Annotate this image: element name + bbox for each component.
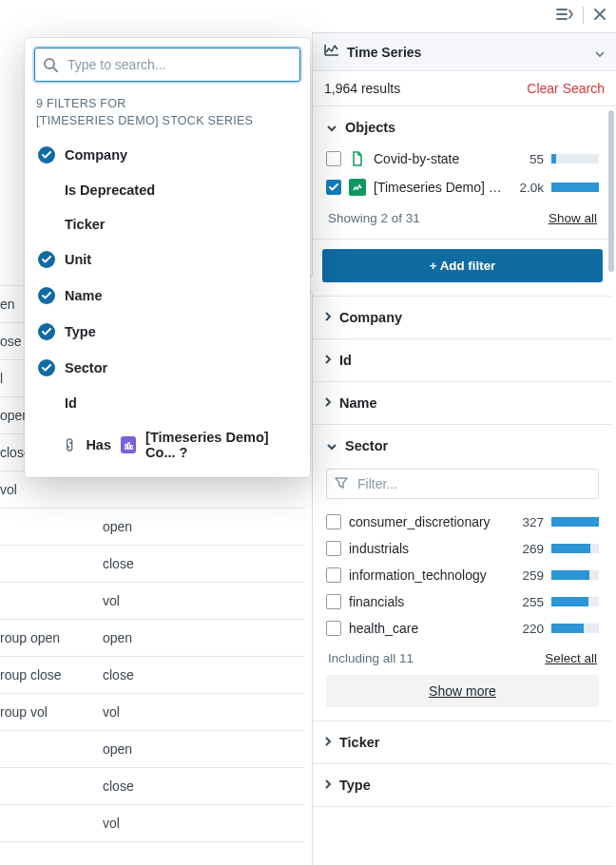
filter-item-label: Type	[65, 324, 96, 339]
filter-item[interactable]: Id	[25, 386, 310, 420]
filter-item[interactable]: Name	[25, 278, 310, 314]
checkbox[interactable]	[326, 514, 341, 529]
chevron-right-icon	[324, 395, 332, 411]
filter-item-has-link[interactable]: Has [Timeseries Demo] Co... ?	[25, 420, 310, 470]
table-row: open	[0, 509, 304, 546]
sector-count: 255	[515, 595, 544, 609]
checkbox[interactable]	[326, 567, 341, 583]
checkmark-icon	[38, 287, 55, 304]
checkbox[interactable]	[326, 541, 341, 556]
filter-item[interactable]: Unit	[25, 241, 310, 278]
chevron-down-icon	[326, 120, 337, 135]
chevron-right-icon	[324, 735, 332, 750]
chevron-right-icon	[324, 310, 332, 325]
section-header[interactable]: Name	[313, 382, 612, 424]
section-header[interactable]: Company	[313, 297, 612, 338]
panel-header[interactable]: Time Series	[313, 33, 616, 71]
cell	[0, 731, 95, 767]
show-more-button[interactable]: Show more	[326, 675, 599, 707]
object-count: 55	[515, 152, 544, 166]
section-objects: ObjectsCovid-by-state55[Timeseries Demo]…	[313, 106, 612, 240]
sector-name: health_care	[349, 621, 508, 636]
checkmark-icon	[38, 359, 55, 376]
company-chip-icon	[121, 436, 136, 453]
cell: vol	[95, 583, 295, 619]
count-bar	[551, 570, 599, 580]
object-name: [Timeseries Demo] Stock	[374, 180, 508, 195]
checkbox[interactable]	[326, 180, 341, 195]
section-title: Name	[339, 395, 377, 411]
sector-row[interactable]: financials255	[324, 588, 601, 615]
sector-count: 327	[515, 515, 544, 529]
checkbox[interactable]	[326, 621, 341, 636]
filter-item[interactable]: Company	[25, 137, 310, 173]
sector-row[interactable]: industrials269	[324, 535, 601, 562]
filter-item[interactable]: Type	[25, 314, 310, 350]
filter-item[interactable]: Ticker	[25, 207, 310, 241]
search-input[interactable]	[66, 56, 292, 73]
select-all-link[interactable]: Select all	[545, 651, 597, 665]
chevron-right-icon	[324, 778, 332, 793]
section-header[interactable]: Type	[313, 764, 612, 806]
section-title: Sector	[345, 438, 388, 453]
section-header[interactable]: Ticker	[313, 721, 612, 763]
sector-row[interactable]: information_technology259	[324, 562, 601, 588]
cell	[0, 546, 95, 582]
filter-item-label: Id	[65, 395, 77, 411]
cell: close	[95, 657, 295, 693]
show-all-link[interactable]: Show all	[549, 211, 597, 225]
including-text: Including all 11	[328, 651, 414, 665]
object-row[interactable]: Covid-by-state55	[324, 144, 601, 173]
link-icon	[60, 435, 80, 455]
add-filter-button[interactable]: + Add filter	[322, 249, 603, 282]
sector-filter-input[interactable]	[356, 475, 590, 492]
sector-name: information_technology	[349, 567, 508, 583]
cell: vol	[95, 694, 295, 730]
object-row[interactable]: [Timeseries Demo] Stock2.0k	[324, 173, 601, 202]
section-header[interactable]: Id	[313, 339, 612, 381]
table-row: roup closeclose	[0, 657, 304, 694]
count-bar	[551, 517, 599, 527]
close-icon[interactable]	[593, 8, 606, 24]
filter-item-label: Company	[65, 147, 127, 163]
search-input-wrap[interactable]	[34, 48, 300, 82]
sector-count: 259	[515, 568, 544, 583]
section-title: Company	[339, 310, 402, 325]
filter-item-label: Unit	[65, 252, 91, 267]
table-row: roup openopen	[0, 620, 304, 657]
cell: vol	[95, 805, 295, 841]
checkbox[interactable]	[326, 594, 341, 609]
section-sector: Sectorconsumer_discretionary327industria…	[313, 425, 612, 721]
sector-count: 269	[515, 542, 544, 556]
section-header[interactable]: Objects	[322, 114, 603, 141]
panel-title: Time Series	[347, 45, 587, 60]
clear-search[interactable]: Clear Search	[527, 81, 605, 96]
scrollbar-thumb[interactable]	[608, 110, 614, 272]
sector-row[interactable]: health_care220	[324, 615, 601, 642]
panel-collapse-icon[interactable]	[556, 8, 573, 24]
check-slot	[38, 359, 55, 376]
filter-item-label: Sector	[65, 360, 107, 375]
doc-outline-icon	[349, 150, 366, 167]
timeseries-icon	[324, 43, 339, 61]
sector-name: industrials	[349, 541, 508, 556]
cell: close	[95, 768, 295, 804]
filter-item[interactable]: Sector	[25, 350, 310, 386]
sector-row[interactable]: consumer_discretionary327	[324, 509, 601, 535]
results-count: 1,964 results	[324, 81, 400, 96]
check-slot	[38, 146, 55, 163]
funnel-icon	[335, 476, 348, 492]
caret-down-icon[interactable]	[595, 45, 605, 60]
checkmark-icon	[38, 146, 55, 163]
filters-heading: 9 FILTERS FOR [TIMESERIES DEMO] STOCK SE…	[25, 93, 310, 137]
table-row: vol	[0, 583, 304, 620]
object-count: 2.0k	[515, 181, 544, 195]
filter-item[interactable]: Is Deprecated	[25, 173, 310, 207]
has-link-label: [Timeseries Demo] Co... ?	[145, 430, 297, 460]
section-header[interactable]: Sector	[322, 432, 603, 459]
sector-filter-input-wrap[interactable]	[326, 469, 599, 499]
checkbox[interactable]	[326, 151, 341, 166]
section-title: Ticker	[339, 735, 379, 750]
table-row: roup volvol	[0, 694, 304, 731]
sector-name: consumer_discretionary	[349, 514, 508, 529]
